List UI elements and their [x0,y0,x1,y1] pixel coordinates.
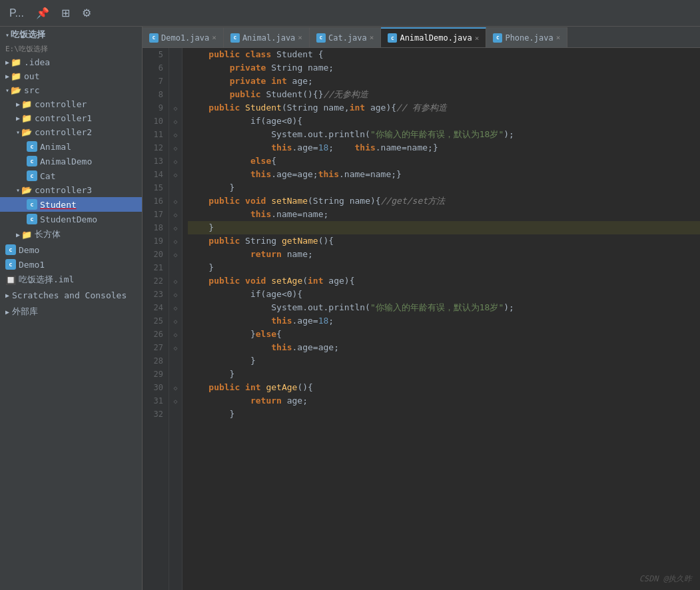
sidebar-item-controller2[interactable]: ▾ 📂 controller2 [0,125,142,139]
sidebar-item-src[interactable]: ▾ 📂 src [0,83,142,97]
code-line-23: if(age<0){ [188,288,700,301]
gutter-18: ◇ [169,221,182,234]
tab-phone-icon: c [493,33,502,43]
line-numbers: 5 6 7 8 9 10 11 12 13 14 15 16 17 18 19 … [143,48,169,590]
watermark: CSDN @执久昨 [639,573,692,585]
gutter-26: ◇ [169,328,182,341]
controller-triangle: ▶ [16,101,20,108]
sidebar-item-cat[interactable]: c Cat [0,168,142,183]
sidebar-item-student[interactable]: c Student [0,197,142,212]
sidebar-item-demo1[interactable]: c Demo1 [0,257,142,272]
ln-18: 18 [148,221,163,234]
settings-button[interactable]: ⚙ [78,4,95,22]
sidebar-item-animaldemo[interactable]: c AnimalDemo [0,154,142,168]
ln-20: 20 [148,248,163,261]
gutter-10: ◇ [169,115,182,128]
idea-label: .idea [24,57,50,67]
sidebar-item-studentdemo[interactable]: c StudentDemo [0,212,142,226]
out-folder-icon: 📁 [11,71,21,81]
tab-demo1[interactable]: c Demo1.java × [143,27,224,47]
pin-button[interactable]: 📌 [32,4,53,22]
tab-demo1-icon: c [149,33,159,43]
cat-label: Cat [40,171,55,181]
code-line-17: this.name=name; [188,208,700,221]
editor-area: c Demo1.java × c Animal.java × c Cat.jav… [143,27,700,590]
tab-phone[interactable]: c Phone.java × [486,27,567,47]
ln-31: 31 [148,394,163,408]
sidebar-item-animal[interactable]: c Animal [0,139,142,154]
tab-demo1-label: Demo1.java [161,33,209,43]
gutter-12: ◇ [169,141,182,154]
tab-cat[interactable]: c Cat.java × [310,27,381,47]
tab-animal-label: Animal.java [242,33,295,43]
code-line-22: public void setAge(int age){ [188,274,700,288]
layout-button[interactable]: ⊞ [57,4,74,22]
ln-15: 15 [148,181,163,194]
scratches-label: Scratches and Consoles [12,290,127,300]
iml-icon: 🔲 [5,275,16,285]
code-line-6: private String name; [188,61,700,75]
sidebar-item-changfangti[interactable]: ▶ 📁 长方体 [0,226,142,242]
gutter-14: ◇ [169,168,182,181]
tab-animaldemo[interactable]: c AnimalDemo.java × [381,27,486,47]
gutter-5 [169,48,182,61]
sidebar-item-out[interactable]: ▶ 📁 out [0,69,142,83]
controller1-folder-icon: 📁 [21,113,32,123]
code-line-26: }else{ [188,328,700,341]
project-button[interactable]: P... [5,5,28,22]
project-triangle: ▾ [5,31,9,39]
sidebar-item-controller1[interactable]: ▶ 📁 controller1 [0,111,142,125]
tab-bar: c Demo1.java × c Animal.java × c Cat.jav… [143,27,700,48]
tab-animal[interactable]: c Animal.java × [224,27,310,47]
external-libs-triangle: ▶ [5,308,9,316]
controller1-label: controller1 [35,113,92,123]
gutter-20: ◇ [169,248,182,261]
tab-animal-icon: c [230,33,240,43]
ln-27: 27 [148,341,163,354]
gutter-23: ◇ [169,288,182,301]
sidebar-item-controller[interactable]: ▶ 📁 controller [0,97,142,111]
sidebar-item-iml[interactable]: 🔲 吃饭选择.iml [0,272,142,288]
demo1-label: Demo1 [19,260,45,270]
code-content[interactable]: public class Student { private String na… [182,48,700,590]
animaldemo-java-icon: c [27,156,37,166]
gutter-30: ◇ [169,381,182,394]
tab-animal-close[interactable]: × [298,33,302,42]
ln-14: 14 [148,168,163,181]
sidebar-item-demo[interactable]: c Demo [0,242,142,257]
studentdemo-java-icon: c [27,214,37,224]
idea-triangle: ▶ [5,59,9,66]
code-line-18: } [188,221,700,234]
sidebar-project-header[interactable]: ▾ 吃饭选择 [0,27,142,43]
sidebar-item-controller3[interactable]: ▾ 📂 controller3 [0,183,142,197]
tab-animaldemo-close[interactable]: × [475,34,480,43]
ln-7: 7 [148,75,163,88]
controller3-triangle: ▾ [16,186,20,194]
tab-phone-close[interactable]: × [556,33,561,42]
ln-21: 21 [148,261,163,274]
toolbar: P... 📌 ⊞ ⚙ [0,0,700,27]
tab-animaldemo-icon: c [388,33,397,43]
gutter-17: ◇ [169,208,182,221]
tab-animaldemo-label: AnimalDemo.java [400,33,472,43]
tab-cat-icon: c [316,33,326,43]
student-java-icon: c [27,199,37,210]
controller2-triangle: ▾ [16,129,20,136]
idea-folder-icon: 📁 [11,57,21,67]
ln-11: 11 [148,128,163,141]
sidebar-item-idea[interactable]: ▶ 📁 .idea [0,55,142,69]
ln-22: 22 [148,274,163,288]
demo-label: Demo [19,245,39,255]
code-line-20: return name; [188,248,700,261]
gutter-9: ◇ [169,101,182,115]
code-line-32: } [188,408,700,421]
sidebar-item-scratches[interactable]: ▶ Scratches and Consoles [0,288,142,303]
tab-cat-close[interactable]: × [370,33,374,42]
src-folder-icon: 📂 [11,85,21,95]
tab-demo1-close[interactable]: × [212,33,216,42]
project-name: 吃饭选择 [11,29,45,41]
sidebar-item-external-libs[interactable]: ▶ 外部库 [0,303,142,320]
code-editor[interactable]: 5 6 7 8 9 10 11 12 13 14 15 16 17 18 19 … [143,48,700,590]
ln-8: 8 [148,88,163,101]
gutter-19: ◇ [169,234,182,248]
